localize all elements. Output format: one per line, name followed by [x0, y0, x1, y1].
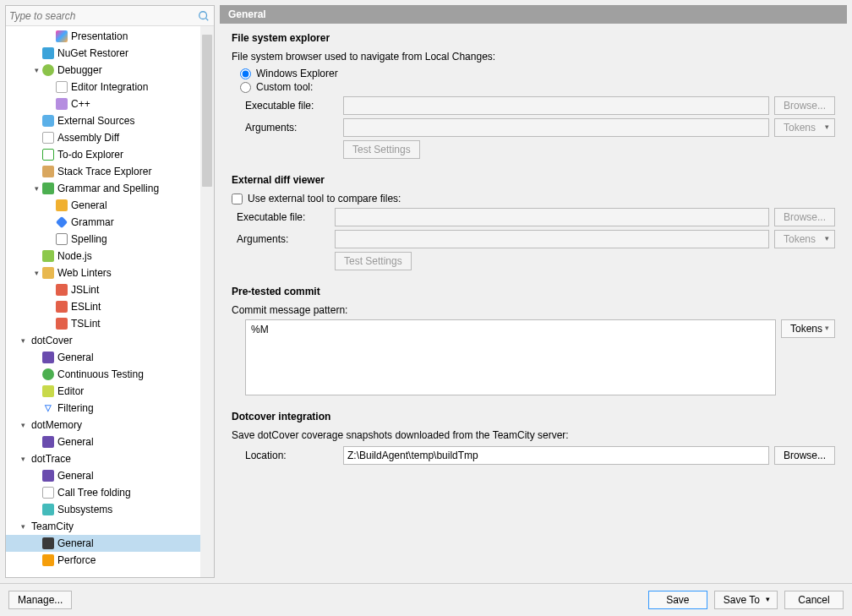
- sidebar: PresentationNuGet Restorer▾DebuggerEdito…: [5, 5, 215, 578]
- tree-item-jslint[interactable]: JSLint: [6, 281, 214, 298]
- tree-item-nuget-restorer[interactable]: NuGet Restorer: [6, 45, 214, 62]
- expand-arrow-icon[interactable]: ▾: [18, 522, 28, 531]
- checkbox-input-external-tool[interactable]: [232, 194, 243, 204]
- tree-item-perforce[interactable]: Perforce: [6, 552, 214, 569]
- test-settings-button[interactable]: Test Settings: [335, 252, 412, 270]
- tree-item-tslint[interactable]: TSLint: [6, 315, 214, 332]
- section-title: Pre-tested commit: [232, 286, 835, 297]
- tree-item-teamcity[interactable]: ▾TeamCity: [6, 518, 214, 535]
- tree-item-teamcity-general-icon: [41, 537, 55, 550]
- settings-tree[interactable]: PresentationNuGet Restorer▾DebuggerEdito…: [6, 26, 214, 577]
- tree-item-label: External Sources: [57, 115, 134, 127]
- tokens-button[interactable]: Tokens: [781, 319, 835, 338]
- tree-item-subsystems-icon: [41, 503, 55, 516]
- tree-item-stack-trace-explorer[interactable]: Stack Trace Explorer: [6, 163, 214, 180]
- cancel-button[interactable]: Cancel: [784, 591, 844, 609]
- browse-button[interactable]: Browse...: [774, 446, 835, 465]
- tree-item-grammar-spelling[interactable]: ▾Grammar and Spelling: [6, 180, 214, 197]
- expand-arrow-icon[interactable]: ▾: [18, 421, 28, 429]
- tree-item-presentation[interactable]: Presentation: [6, 28, 214, 45]
- search-input[interactable]: [9, 10, 197, 22]
- tree-item-label: Call Tree folding: [57, 487, 131, 499]
- tree-item-label: Perforce: [57, 554, 96, 566]
- arguments-input[interactable]: [335, 230, 769, 248]
- tree-item-external-sources[interactable]: External Sources: [6, 112, 214, 129]
- checkbox-use-external-tool[interactable]: Use external tool to compare files:: [232, 193, 835, 204]
- tree-item-grammar[interactable]: Grammar: [6, 214, 214, 231]
- tree-item-dotcover[interactable]: ▾dotCover: [6, 332, 214, 349]
- test-settings-button[interactable]: Test Settings: [343, 140, 420, 159]
- radio-windows-explorer[interactable]: Windows Explorer: [240, 68, 835, 79]
- tree-item-dottrace-general[interactable]: General: [6, 467, 214, 484]
- radio-label: Custom tool:: [256, 81, 313, 93]
- tree-item-todo-explorer-icon: [41, 148, 55, 161]
- radio-custom-tool[interactable]: Custom tool:: [240, 81, 835, 93]
- expand-arrow-icon[interactable]: ▾: [18, 455, 28, 463]
- tree-item-filtering[interactable]: ▽Filtering: [6, 400, 214, 417]
- tree-item-subsystems[interactable]: Subsystems: [6, 501, 214, 518]
- tree-item-eslint-icon: [55, 300, 68, 313]
- save-button[interactable]: Save: [648, 591, 707, 609]
- expand-arrow-icon[interactable]: ▾: [31, 66, 41, 74]
- expand-arrow-icon[interactable]: ▾: [31, 184, 41, 193]
- section-title: Dotcover integration: [232, 411, 835, 422]
- tree-item-dottrace[interactable]: ▾dotTrace: [6, 450, 214, 467]
- tree-item-presentation-icon: [55, 30, 68, 43]
- tree-item-label: General: [57, 352, 94, 363]
- tree-item-stack-trace-explorer-icon: [41, 165, 55, 178]
- executable-file-label: Executable file:: [245, 100, 338, 112]
- tree-item-editor-integration-icon: [55, 80, 68, 94]
- tree-item-continuous-testing[interactable]: Continuous Testing: [6, 366, 214, 383]
- tree-item-label: General: [57, 537, 94, 549]
- expand-arrow-icon[interactable]: ▾: [18, 336, 28, 345]
- tree-item-dotmemory[interactable]: ▾dotMemory: [6, 417, 214, 433]
- arguments-input[interactable]: [343, 118, 769, 137]
- search-icon[interactable]: [197, 9, 210, 23]
- tree-item-dotmemory-general[interactable]: General: [6, 433, 214, 450]
- tree-item-label: Web Linters: [57, 267, 112, 279]
- scrollbar[interactable]: [200, 26, 214, 577]
- tree-item-web-linters[interactable]: ▾Web Linters: [6, 264, 214, 281]
- tree-item-spelling[interactable]: Spelling: [6, 231, 214, 248]
- tree-item-label: To-do Explorer: [57, 149, 123, 161]
- tree-item-dotmemory-general-icon: [41, 435, 55, 449]
- section-description: File system browser used to navigate fro…: [232, 51, 835, 63]
- tree-item-label: dotCover: [31, 335, 73, 346]
- radio-input-custom-tool[interactable]: [240, 82, 251, 93]
- browse-button[interactable]: Browse...: [774, 96, 835, 115]
- tree-item-cpp[interactable]: C++: [6, 95, 214, 112]
- tokens-button[interactable]: Tokens: [774, 230, 835, 248]
- footer: Manage... Save Save To Cancel: [0, 583, 852, 616]
- tree-item-eslint[interactable]: ESLint: [6, 298, 214, 315]
- tree-item-cpp-icon: [55, 97, 68, 111]
- scrollbar-thumb[interactable]: [202, 35, 212, 187]
- location-input[interactable]: [343, 446, 769, 465]
- tree-item-assembly-diff[interactable]: Assembly Diff: [6, 129, 214, 146]
- tree-item-dottrace-general-icon: [41, 469, 55, 482]
- tree-item-dotcover-editor[interactable]: Editor: [6, 383, 214, 400]
- tree-item-dotcover-general-icon: [41, 351, 55, 364]
- tree-item-call-tree-folding[interactable]: Call Tree folding: [6, 484, 214, 501]
- tree-item-todo-explorer[interactable]: To-do Explorer: [6, 146, 214, 163]
- radio-input-windows-explorer[interactable]: [240, 68, 251, 79]
- tokens-button[interactable]: Tokens: [774, 118, 835, 137]
- tree-item-grammar-general[interactable]: General: [6, 197, 214, 214]
- tree-item-nodejs[interactable]: Node.js: [6, 248, 214, 264]
- expand-arrow-icon[interactable]: ▾: [31, 269, 41, 277]
- commit-pattern-textarea[interactable]: [245, 319, 776, 395]
- tree-item-teamcity-general[interactable]: General: [6, 535, 214, 552]
- save-to-button[interactable]: Save To: [714, 591, 778, 609]
- section-dotcover-integration: Dotcover integration Save dotCover cover…: [232, 411, 835, 465]
- section-file-system-explorer: File system explorer File system browser…: [232, 32, 835, 159]
- tree-item-editor-integration[interactable]: Editor Integration: [6, 79, 214, 95]
- tree-item-dotcover-general[interactable]: General: [6, 349, 214, 366]
- tree-item-debugger[interactable]: ▾Debugger: [6, 62, 214, 79]
- tree-item-label: Grammar: [71, 216, 114, 228]
- executable-file-input[interactable]: [335, 208, 769, 226]
- browse-button[interactable]: Browse...: [774, 208, 835, 226]
- tree-item-label: Spelling: [71, 233, 107, 245]
- executable-file-input[interactable]: [343, 96, 769, 115]
- tree-item-label: Assembly Diff: [57, 132, 119, 144]
- content-panel: General File system explorer File system…: [220, 5, 847, 578]
- manage-button[interactable]: Manage...: [8, 591, 72, 609]
